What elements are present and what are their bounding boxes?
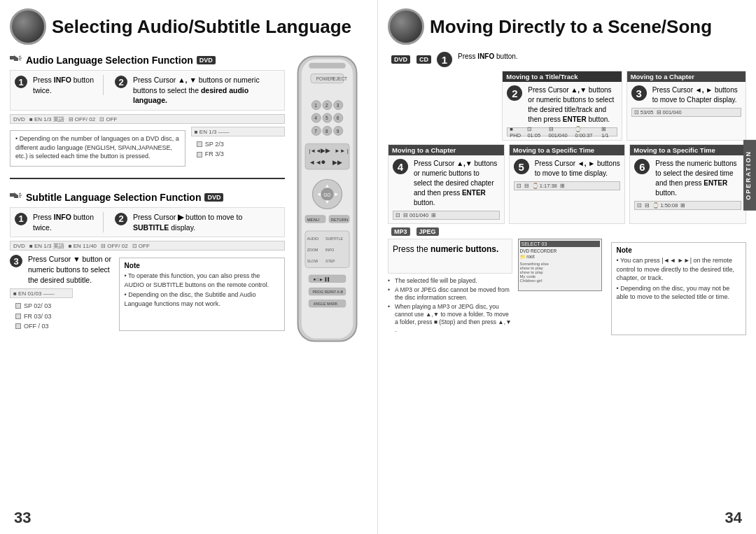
audio-status-bar: DVD ■ EN 1/3 英語 ⊟ OFF/ 02 ⊡ OFF bbox=[10, 114, 285, 124]
subtitle-note-text: • To operate this function, you can also… bbox=[125, 272, 279, 308]
svg-rect-5 bbox=[10, 193, 14, 197]
specific-time-1-step-text: Press Cursor ◄, ► buttons to move to tim… bbox=[535, 159, 621, 178]
audio-sub-list: SP 2/3 FR 3/3 bbox=[197, 139, 285, 160]
audio-sub-item-2: FR 3/3 bbox=[197, 149, 285, 159]
chapter-top-step-text: Press Cursor ◄, ► buttons to move to Cha… bbox=[652, 85, 741, 105]
chapter-top-card: Moving to a Chapter 3 Press Cursor ◄, ► … bbox=[626, 71, 746, 141]
svg-text:INFO: INFO bbox=[326, 248, 335, 252]
right-logo-icon bbox=[388, 8, 424, 45]
sub-bullet-1 bbox=[197, 141, 202, 147]
subtitle-sub-item-1: SP 02/ 03 bbox=[15, 301, 113, 311]
subtitle-status2: ■ EN 01/03 —— bbox=[10, 288, 73, 298]
mp3-bullet-1: The selected file will be played. bbox=[388, 277, 512, 285]
subtitle-step1-num: 1 bbox=[15, 213, 27, 225]
audio-sub-list-container: ■ EN 1/3 —— SP 2/3 FR 3/3 bbox=[191, 127, 285, 167]
svg-text:3: 3 bbox=[337, 103, 340, 108]
svg-text:►► |: ►► | bbox=[335, 148, 349, 154]
specific-time-2-display: ⊡ ⊟ ⌚ 1:50:08 ⊞ bbox=[634, 201, 741, 210]
svg-text:▼: ▼ bbox=[325, 199, 330, 205]
chapter-mid-display: ⊡ ⊟ 001/040 ⊞ bbox=[393, 211, 500, 220]
specific-time-1-step-row: 5 Press Cursor ◄, ► buttons to move to t… bbox=[514, 159, 621, 178]
svg-text:8: 8 bbox=[326, 129, 328, 134]
subtitle-note-title: Note bbox=[125, 262, 279, 269]
chapter-top-header: Moving to a Chapter bbox=[627, 71, 746, 82]
audio-sub-indicator: ■ EN 1/3 —— bbox=[195, 129, 230, 135]
audio-step-row: 1 Press INFO button twice. 2 Press Curso… bbox=[15, 75, 280, 106]
disc-screen-content: DVD RECORDER 📁 root Something else show … bbox=[520, 248, 600, 283]
left-instructions: Audio Language Selection Function DVD 1 … bbox=[10, 52, 285, 347]
svg-line-7 bbox=[19, 193, 21, 194]
title-track-header: Moving to a Title/Track bbox=[503, 71, 621, 82]
subtitle-top-steps: 1 Press INFO button twice. 2 Press Curso… bbox=[15, 212, 280, 232]
svg-text:1: 1 bbox=[314, 103, 317, 108]
svg-text:◄◄: ◄◄ bbox=[309, 159, 321, 166]
chapter-mid-step-row: 4 Press Cursor ▲,▼ buttons or numeric bu… bbox=[393, 159, 500, 208]
mp3-step-card: Press the numeric buttons. The selected … bbox=[388, 239, 512, 335]
right-step1-num: 1 bbox=[437, 52, 452, 67]
title-track-card: Moving to a Title/Track 2 Press Cursor ▲… bbox=[502, 71, 622, 141]
dvd-badge: DVD bbox=[391, 55, 410, 64]
svg-text:ANGLE MARK: ANGLE MARK bbox=[314, 302, 338, 306]
audio-step1-num: 1 bbox=[15, 76, 27, 88]
right-top-bar: DVD CD 1 Press INFO button. bbox=[388, 52, 746, 67]
audio-step1-inner: 1 Press INFO button twice. bbox=[15, 75, 97, 95]
svg-text:▲: ▲ bbox=[325, 183, 330, 189]
svg-text:▶▶: ▶▶ bbox=[332, 159, 342, 166]
audio-status-off1: ⊟ OFF/ 02 bbox=[69, 116, 96, 122]
audio-step2-text: Press Cursor ▲, ▼ buttons or numeric but… bbox=[133, 75, 280, 106]
operation-tab: OPERATION bbox=[743, 140, 756, 211]
svg-text:GO: GO bbox=[323, 192, 330, 197]
chapter-top-display: ⊡ 53/05 ⊟ 001/040 bbox=[631, 108, 741, 117]
svg-text:4: 4 bbox=[314, 115, 317, 120]
audio-section-title: Audio Language Selection Function bbox=[26, 55, 193, 66]
svg-text:2: 2 bbox=[326, 103, 328, 108]
subtitle-step3-container: 3 Press Cursor ▼ button or numeric butto… bbox=[10, 254, 113, 331]
specific-time-1-card: Moving to a Specific Time 5 Press Cursor… bbox=[509, 144, 626, 224]
title-track-step-text: Press Cursor ▲,▼ buttons or numeric butt… bbox=[528, 85, 617, 125]
disc-info-screen: SELECT 03 DVD RECORDER 📁 root Something … bbox=[518, 239, 602, 291]
subtitle-step3-text: Press Cursor ▼ button or numeric buttons… bbox=[28, 254, 113, 285]
right-three-col-mid: Moving to a Chapter 4 Press Cursor ▲,▼ b… bbox=[388, 144, 746, 224]
subtitle-status-bar: DVD ■ EN 1/3 英語 ■ EN 11/40 ⊟ OFF/ 02 ⊡ O… bbox=[10, 241, 285, 251]
audio-status-off2: ⊡ OFF bbox=[99, 116, 117, 122]
subtitle-step1-inner: 1 Press INFO button twice. bbox=[15, 212, 97, 232]
mp3-instruction-box: Press the numeric buttons. bbox=[388, 239, 512, 274]
svg-marker-1 bbox=[14, 55, 18, 61]
cd-badge: CD bbox=[416, 55, 431, 64]
svg-text:5: 5 bbox=[326, 115, 328, 120]
remote-control-svg: POWER EJECT 1 2 3 4 5 6 7 8 9 bbox=[290, 52, 364, 346]
mp3-step-text: Press the numeric buttons. bbox=[393, 244, 498, 255]
svg-line-4 bbox=[19, 59, 21, 60]
subtitle-note-box: Note • To operate this function, you can… bbox=[119, 258, 285, 331]
chapter-top-step-row: 3 Press Cursor ◄, ► buttons to move to C… bbox=[631, 85, 741, 105]
right-note-text: • You can press |◄◄ ►►| on the remote co… bbox=[617, 256, 741, 302]
svg-rect-12 bbox=[309, 63, 346, 69]
mp3-jpeg-section: MP3 JPEG Press the numeric buttons. The … bbox=[388, 227, 746, 335]
svg-text:6: 6 bbox=[337, 115, 340, 120]
disc-screen-folders: 📁 root bbox=[520, 253, 600, 260]
left-page-header: Selecting Audio/Subtitle Language bbox=[10, 8, 368, 45]
chapter-mid-step-num: 4 bbox=[393, 159, 408, 174]
svg-text:AUDIO: AUDIO bbox=[307, 237, 319, 241]
subtitle-dvd-badge: DVD bbox=[204, 193, 223, 202]
left-page-title: Selecting Audio/Subtitle Language bbox=[52, 17, 351, 37]
audio-dvd-badge: DVD bbox=[197, 56, 216, 64]
svg-text:STEP: STEP bbox=[326, 259, 335, 263]
chapter-mid-card: Moving to a Chapter 4 Press Cursor ▲,▼ b… bbox=[388, 144, 505, 224]
title-track-display: ■ PHD ⊡ 01:05 ⊟ 001/040 ⌚ 0:00:37 ⊞ 1/1 bbox=[507, 127, 617, 136]
subtitle-heading-icon bbox=[10, 192, 22, 202]
sub-bullet-2 bbox=[197, 152, 202, 157]
subtitle-step3-num: 3 bbox=[10, 255, 22, 267]
jpeg-badge: JPEG bbox=[416, 227, 439, 236]
mp3-badge: MP3 bbox=[391, 227, 410, 236]
right-page-header: Moving Directly to a Scene/Song bbox=[388, 8, 746, 45]
svg-text:RETURN: RETURN bbox=[331, 218, 349, 222]
specific-time-2-step-num: 6 bbox=[634, 159, 650, 174]
svg-text:◄: ◄ bbox=[316, 191, 322, 197]
subtitle-sub-item-3: OFF / 03 bbox=[15, 321, 113, 331]
audio-step2-num: 2 bbox=[115, 76, 127, 88]
subtitle-step1-block: 1 Press INFO button twice. bbox=[15, 212, 104, 232]
specific-time-2-step-text: Press the numeric buttons to select the … bbox=[655, 159, 741, 198]
audio-sub-status: ■ EN 1/3 —— bbox=[191, 127, 285, 136]
mp3-bullet-2: A MP3 or JPEG disc cannot be moved from … bbox=[388, 286, 512, 302]
